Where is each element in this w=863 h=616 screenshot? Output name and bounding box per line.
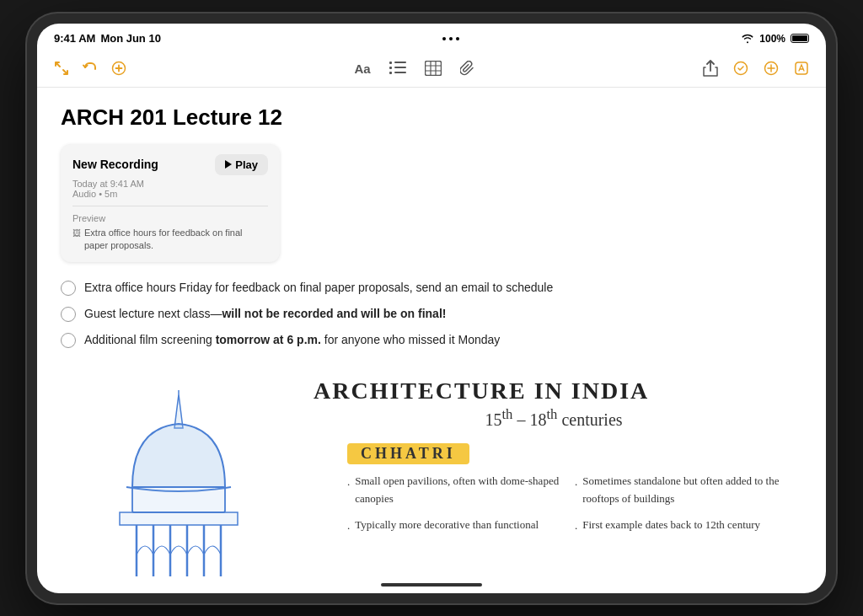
svg-rect-4	[394, 67, 406, 68]
bullet-text-1-1: Small open pavilions, often with dome-sh…	[355, 473, 566, 508]
arch-title: ARCHITECTURE IN INDIA	[314, 378, 649, 404]
bullet-2-1: · Sometimes standalone but often added t…	[575, 473, 794, 508]
play-triangle-icon	[225, 160, 232, 169]
recording-timestamp: Today at 9:41 AM	[72, 179, 144, 189]
bullet-text-2-2: First example dates back to 12th century	[582, 517, 760, 538]
bottom-bar	[37, 576, 826, 593]
svg-rect-14	[120, 512, 238, 525]
svg-rect-7	[425, 62, 441, 76]
more-button[interactable]	[760, 57, 782, 79]
text-format-button[interactable]: Aa	[351, 58, 373, 79]
checklist-item-1: Extra office hours Friday for feedback o…	[61, 279, 802, 297]
svg-rect-2	[394, 62, 406, 63]
bullet-icon-2-1: ·	[575, 476, 577, 508]
notes-col-1: · Small open pavilions, often with dome-…	[347, 473, 566, 537]
checklist-text-2: Guest lecture next class—will not be rec…	[84, 305, 446, 323]
signal-dot-2	[449, 37, 453, 40]
chhatri-label: CHHATRI	[347, 443, 469, 464]
centuries-text: 15th – 18th centuries	[485, 410, 622, 429]
play-button[interactable]: Play	[215, 154, 268, 175]
bullet-icon-1-1: ·	[347, 476, 350, 508]
recording-duration: Audio • 5m	[72, 189, 117, 199]
preview-text: Extra office hours for feedback on final…	[84, 227, 268, 253]
checklist-item-3: Additional film screening tomorrow at 6 …	[61, 331, 802, 349]
signal-dot-1	[442, 37, 446, 40]
home-indicator	[381, 583, 482, 587]
list-button[interactable]	[386, 58, 410, 78]
drawing-area: ARCHITECTURE IN INDIA 15th – 18th centur…	[61, 369, 802, 576]
table-button[interactable]	[421, 57, 445, 79]
svg-rect-5	[389, 72, 392, 74]
status-bar: 9:41 AM Mon Jun 10 100%	[37, 24, 826, 51]
svg-rect-1	[389, 62, 392, 64]
recording-card: New Recording Play Today at 9:41 AM Audi…	[61, 144, 280, 263]
checkbox-2[interactable]	[61, 307, 76, 322]
undo-button[interactable]	[79, 57, 101, 79]
play-label: Play	[235, 158, 258, 171]
pencil-button[interactable]	[791, 57, 812, 79]
text-format-label: Aa	[354, 62, 370, 76]
notes-col-2: · Sometimes standalone but often added t…	[575, 473, 794, 537]
signal-dot-3	[456, 37, 459, 40]
bullet-icon-2-2: ·	[575, 520, 577, 538]
note-title: ARCH 201 Lecture 12	[61, 104, 802, 131]
checkbox-1[interactable]	[61, 281, 76, 296]
recording-divider	[72, 206, 268, 206]
toolbar: Aa	[37, 51, 826, 88]
bullet-1-1: · Small open pavilions, often with dome-…	[347, 473, 566, 508]
share-button[interactable]	[700, 56, 721, 80]
recording-preview-text: 🖼 Extra office hours for feedback on fin…	[72, 227, 268, 253]
status-time: 9:41 AM	[54, 32, 95, 45]
notes-grid: · Small open pavilions, often with dome-…	[347, 473, 794, 537]
battery-percent: 100%	[759, 33, 785, 45]
preview-label: Preview	[72, 213, 268, 223]
recording-title: New Recording	[72, 158, 158, 171]
attach-button[interactable]	[457, 57, 479, 79]
ipad-screen: 9:41 AM Mon Jun 10 100%	[37, 24, 826, 593]
checklist-text-3: Additional film screening tomorrow at 6 …	[84, 331, 500, 349]
checklist-item-2: Guest lecture next class—will not be rec…	[61, 305, 802, 323]
dome-illustration	[69, 386, 305, 576]
arch-title-area: ARCHITECTURE IN INDIA 15th – 18th centur…	[314, 378, 794, 537]
collapse-button[interactable]	[51, 57, 72, 79]
checklist-text-1: Extra office hours Friday for feedback o…	[84, 279, 553, 297]
bullet-text-1-2: Typically more decorative than functiona…	[355, 517, 539, 538]
bullet-icon-1-2: ·	[347, 520, 350, 538]
preview-icon: 🖼	[72, 228, 81, 239]
battery-icon	[791, 34, 809, 43]
wifi-icon	[741, 34, 754, 44]
svg-rect-6	[394, 72, 406, 73]
bullet-text-2-1: Sometimes standalone but often added to …	[582, 473, 794, 508]
content-area: ARCH 201 Lecture 12 New Recording Play T…	[37, 88, 826, 576]
checklist: Extra office hours Friday for feedback o…	[61, 279, 802, 349]
add-button[interactable]	[108, 57, 130, 79]
markup-button[interactable]	[730, 57, 752, 79]
recording-meta: Today at 9:41 AM Audio • 5m	[72, 179, 268, 199]
bullet-2-2: · First example dates back to 12th centu…	[575, 517, 794, 538]
svg-rect-3	[389, 67, 392, 69]
ipad-frame: 9:41 AM Mon Jun 10 100%	[27, 13, 836, 603]
svg-rect-13	[132, 487, 225, 512]
status-date: Mon Jun 10	[100, 32, 161, 45]
bullet-1-2: · Typically more decorative than functio…	[347, 517, 566, 538]
checkbox-3[interactable]	[61, 333, 76, 348]
